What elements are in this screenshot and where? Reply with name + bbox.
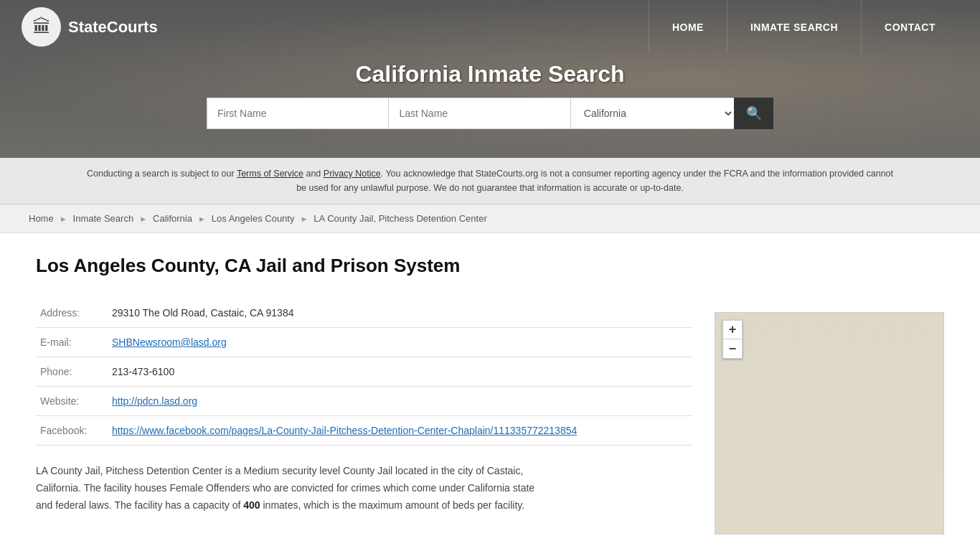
map-zoom-out[interactable]: − (723, 339, 742, 358)
navigation-bar: 🏛 StateCourts HOME INMATE SEARCH CONTACT (0, 0, 980, 54)
header-section: 🏛 StateCourts HOME INMATE SEARCH CONTACT… (0, 0, 980, 158)
state-select[interactable]: Select State Alabama Alaska Arizona Arka… (570, 98, 735, 129)
website-label: Website: (36, 387, 108, 416)
breadcrumb-current: LA County Jail, Pitchess Detention Cente… (314, 213, 486, 224)
facebook-label: Facebook: (36, 416, 108, 446)
map-zoom-in[interactable]: + (723, 321, 742, 339)
breadcrumb: Home ► Inmate Search ► California ► Los … (0, 204, 980, 233)
terms-of-service-link[interactable]: Terms of Service (237, 169, 303, 179)
disclaimer-text-after: . You acknowledge that StateCourts.org i… (296, 169, 893, 193)
nav-home[interactable]: HOME (649, 0, 727, 54)
website-link[interactable]: http://pdcn.lasd.org (112, 395, 197, 407)
phone-label: Phone: (36, 357, 108, 387)
breadcrumb-home[interactable]: Home (29, 213, 54, 224)
phone-value: 213-473-6100 (108, 357, 693, 387)
privacy-notice-link[interactable]: Privacy Notice (324, 169, 381, 179)
header-content: California Inmate Search Select State Al… (0, 61, 980, 129)
breadcrumb-sep-4: ► (300, 215, 308, 223)
logo-icon: 🏛 (22, 7, 61, 47)
website-value: http://pdcn.lasd.org (108, 387, 693, 416)
facebook-link[interactable]: https://www.facebook.com/pages/La-County… (112, 425, 577, 436)
disclaimer-bar: Conducting a search is subject to our Te… (0, 158, 980, 204)
breadcrumb-state[interactable]: California (153, 213, 192, 224)
disclaimer-and: and (303, 169, 324, 179)
facility-info-table: Address: 29310 The Old Road, Castaic, CA… (36, 298, 693, 446)
site-logo[interactable]: 🏛 StateCourts (22, 7, 158, 47)
address-row: Address: 29310 The Old Road, Castaic, CA… (36, 298, 693, 328)
email-value: SHBNewsroom@lasd.org (108, 328, 693, 357)
last-name-input[interactable] (388, 98, 570, 129)
search-bar: Select State Alabama Alaska Arizona Arka… (207, 98, 773, 129)
breadcrumb-sep-3: ► (198, 215, 206, 223)
search-icon: 🔍 (746, 105, 762, 121)
address-value: 29310 The Old Road, Castaic, CA 91384 (108, 298, 693, 328)
nav-links: HOME INMATE SEARCH CONTACT (649, 0, 958, 54)
facebook-row: Facebook: https://www.facebook.com/pages… (36, 416, 693, 446)
page-main-title: California Inmate Search (355, 61, 624, 88)
breadcrumb-inmate-search[interactable]: Inmate Search (73, 213, 134, 224)
nav-inmate-search[interactable]: INMATE SEARCH (727, 0, 861, 54)
site-name: StateCourts (68, 18, 158, 37)
disclaimer-text-before: Conducting a search is subject to our (87, 169, 237, 179)
breadcrumb-sep-1: ► (60, 215, 67, 223)
email-label: E-mail: (36, 328, 108, 357)
map-background (715, 313, 943, 534)
map-controls: + − (722, 320, 743, 359)
address-label: Address: (36, 298, 108, 328)
map-container: + − 173 (715, 312, 944, 534)
phone-row: Phone: 213-473-6100 (36, 357, 693, 387)
search-button[interactable]: 🔍 (734, 98, 773, 129)
facebook-value: https://www.facebook.com/pages/La-County… (108, 416, 693, 446)
breadcrumb-county[interactable]: Los Angeles County (212, 213, 295, 224)
email-link[interactable]: SHBNewsroom@lasd.org (112, 336, 227, 348)
main-content: Los Angeles County, CA Jail and Prison S… (0, 233, 980, 551)
first-name-input[interactable] (207, 98, 388, 129)
nav-contact[interactable]: CONTACT (861, 0, 958, 54)
description-end: inmates, which is the maximum amount of … (260, 499, 525, 511)
website-row: Website: http://pdcn.lasd.org (36, 387, 693, 416)
facility-description: LA County Jail, Pitchess Detention Cente… (36, 463, 538, 514)
capacity-value: 400 (243, 499, 260, 511)
facility-heading: Los Angeles County, CA Jail and Prison S… (36, 255, 693, 277)
breadcrumb-sep-2: ► (139, 215, 147, 223)
email-row: E-mail: SHBNewsroom@lasd.org (36, 328, 693, 357)
content-left: Los Angeles County, CA Jail and Prison S… (36, 255, 693, 534)
